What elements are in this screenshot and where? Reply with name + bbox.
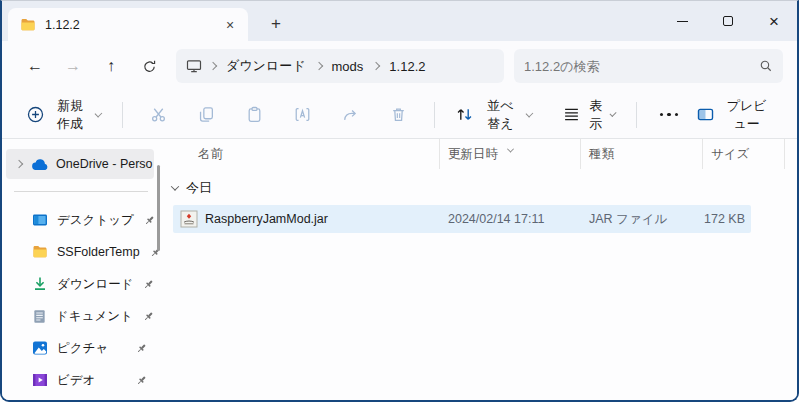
this-pc-icon: [186, 58, 202, 74]
share-button[interactable]: [327, 98, 374, 132]
column-header-label: サイズ: [711, 146, 749, 163]
navigation-bar: ← → ↑ ダウンロードmods1.12.2: [2, 41, 797, 91]
column-header-label: 種類: [589, 146, 614, 163]
search-input[interactable]: [524, 59, 759, 74]
sidebar-item-label: ダウンロード: [57, 276, 133, 293]
column-header-size[interactable]: サイズ: [703, 139, 785, 169]
desktop-icon: [32, 212, 48, 228]
pictures-icon: [32, 340, 48, 356]
toolbar-separator: [434, 102, 435, 128]
file-row[interactable]: RaspberryJamMod.jar2024/02/14 17:11JAR フ…: [173, 205, 751, 233]
pin-icon: [142, 278, 155, 291]
sidebar: OneDrive - Perso デスクトップSSFolderTempダウンロー…: [2, 139, 160, 400]
sort-button[interactable]: 並べ替え: [446, 98, 540, 132]
preview-icon: [697, 106, 714, 123]
breadcrumb-item[interactable]: ダウンロード: [220, 54, 312, 78]
toolbar-separator: [122, 102, 123, 128]
new-tab-button[interactable]: +: [262, 11, 290, 37]
copy-icon: [198, 106, 215, 123]
sidebar-item-label: ドキュメント: [56, 308, 133, 325]
breadcrumb-item[interactable]: mods: [326, 56, 370, 77]
sidebar-item-download[interactable]: ダウンロード: [2, 268, 160, 300]
column-header-name[interactable]: 名前: [173, 139, 440, 169]
more-button[interactable]: [649, 98, 688, 132]
forward-arrow-icon: →: [65, 57, 81, 75]
column-header-type[interactable]: 種類: [581, 139, 703, 169]
onedrive-label: OneDrive - Perso: [56, 157, 153, 171]
sidebar-separator: [14, 191, 148, 192]
cut-button[interactable]: [135, 98, 182, 132]
search-icon: [759, 59, 773, 73]
sidebar-item-pictures[interactable]: ピクチャ: [2, 332, 160, 364]
sidebar-item-videos[interactable]: ビデオ: [2, 364, 160, 396]
delete-button[interactable]: [375, 98, 422, 132]
forward-button[interactable]: →: [54, 49, 92, 83]
rename-button[interactable]: [279, 98, 326, 132]
download-icon: [32, 276, 48, 292]
breadcrumb-chevron-icon: [372, 62, 380, 70]
videos-icon: [32, 372, 48, 388]
toolbar-separator: [636, 102, 637, 128]
chevron-right-icon: [15, 160, 23, 168]
breadcrumb-chevron-icon: [314, 62, 322, 70]
group-label: 今日: [186, 179, 212, 197]
pin-icon: [135, 342, 148, 355]
back-arrow-icon: ←: [27, 57, 43, 75]
close-button[interactable]: ×: [751, 1, 797, 41]
back-button[interactable]: ←: [16, 49, 54, 83]
up-arrow-icon: ↑: [107, 57, 115, 75]
view-button[interactable]: 表示: [554, 98, 624, 132]
onedrive-cloud-icon: [31, 158, 49, 171]
command-toolbar: 新規作成 並べ替え 表示 プレビュー: [2, 91, 797, 139]
breadcrumb-chevron-icon: [209, 62, 217, 70]
sidebar-item-desktop[interactable]: デスクトップ: [2, 204, 160, 236]
copy-button[interactable]: [183, 98, 230, 132]
sort-label: 並べ替え: [481, 97, 519, 133]
up-button[interactable]: ↑: [92, 49, 130, 83]
jar-file-icon: [180, 210, 198, 228]
refresh-icon: [142, 59, 157, 74]
tab-close-button[interactable]: ×: [218, 13, 242, 37]
chevron-down-icon: [95, 109, 103, 117]
share-icon: [342, 106, 359, 123]
sidebar-item-label: ピクチャ: [57, 340, 108, 357]
file-size: 172 KB: [703, 212, 751, 226]
maximize-icon: [723, 16, 733, 26]
search-box[interactable]: [514, 49, 783, 83]
tab-1-12-2[interactable]: 1.12.2 ×: [8, 8, 248, 41]
column-header-modified[interactable]: 更新日時: [440, 139, 581, 169]
window-controls: ×: [659, 1, 797, 41]
sidebar-item-document[interactable]: ドキュメント: [2, 300, 160, 332]
maximize-button[interactable]: [705, 1, 751, 41]
minimize-button[interactable]: [659, 1, 705, 41]
column-header-label: 更新日時: [448, 146, 498, 163]
preview-button[interactable]: プレビュー: [688, 98, 781, 132]
breadcrumb: ダウンロードmods1.12.2: [208, 54, 431, 78]
sidebar-item-label: ビデオ: [57, 372, 95, 389]
column-header-label: 名前: [198, 146, 223, 163]
group-chevron-icon: [171, 182, 179, 190]
rename-icon: [294, 106, 311, 123]
paste-button[interactable]: [231, 98, 278, 132]
sidebar-item-folder[interactable]: SSFolderTemp: [2, 236, 160, 268]
pin-icon: [135, 374, 148, 387]
group-header[interactable]: 今日: [172, 179, 797, 197]
tab-title: 1.12.2: [45, 18, 80, 32]
new-label: 新規作成: [51, 97, 89, 133]
breadcrumb-item[interactable]: 1.12.2: [383, 56, 431, 77]
sort-icon: [455, 106, 474, 123]
file-type: JAR ファイル: [581, 211, 703, 228]
view-icon: [563, 106, 580, 123]
sidebar-item-onedrive[interactable]: OneDrive - Perso: [6, 149, 154, 179]
delete-icon: [390, 106, 407, 123]
address-bar[interactable]: ダウンロードmods1.12.2: [176, 49, 504, 83]
document-icon: [32, 309, 47, 324]
file-list: 名前更新日時種類サイズ 今日 RaspberryJamMod.jar2024/0…: [160, 139, 797, 400]
preview-label: プレビュー: [721, 97, 772, 133]
sidebar-item-label: SSFolderTemp: [57, 245, 140, 259]
minimize-icon: [677, 21, 688, 22]
new-button[interactable]: 新規作成: [18, 98, 110, 132]
cut-icon: [150, 106, 167, 123]
refresh-button[interactable]: [130, 49, 168, 83]
folder-icon: [32, 244, 48, 260]
